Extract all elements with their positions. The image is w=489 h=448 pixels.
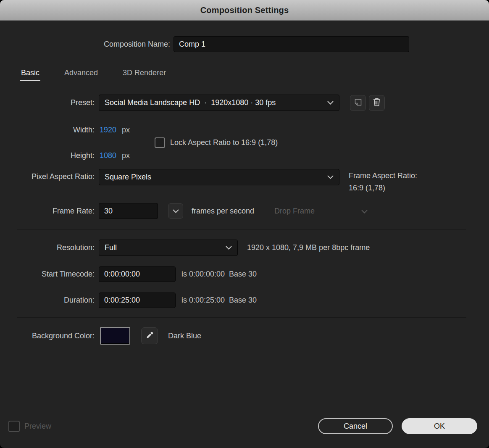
resolution-row: Resolution: Full 1920 x 1080, 7,9 MB per… (0, 240, 489, 256)
height-row: Height: 1080 px (0, 151, 489, 160)
lock-aspect-row: Lock Aspect Ratio to 16:9 (1,78) (0, 137, 489, 148)
start-timecode-input[interactable] (99, 266, 176, 282)
frame-rate-dropdown-button[interactable] (168, 203, 183, 219)
cancel-button[interactable]: Cancel (318, 418, 393, 434)
tab-3d-renderer[interactable]: 3D Renderer (122, 69, 167, 81)
trash-icon (373, 98, 381, 108)
chevron-down-icon (173, 208, 179, 214)
resolution-info: 1920 x 1080, 7,9 MB per 8bpc frame (247, 243, 370, 252)
drop-frame-dropdown: Drop Frame (274, 207, 368, 216)
height-value[interactable]: 1080 (100, 151, 116, 160)
width-label: Width: (0, 126, 95, 134)
chevron-down-icon (327, 101, 334, 105)
frame-aspect-ratio-value: 16:9 (1,78) (349, 182, 417, 194)
duration-row: Duration: is 0:00:25:00 Base 30 (0, 293, 489, 308)
duration-info: is 0:00:25:00 Base 30 (181, 296, 257, 305)
background-color-row: Background Color: Dark Blue (0, 327, 489, 345)
ok-button[interactable]: OK (402, 418, 477, 434)
background-color-name: Dark Blue (168, 332, 201, 340)
resolution-value: Full (105, 243, 117, 252)
width-value[interactable]: 1920 (100, 126, 116, 134)
preset-label: Preset: (0, 98, 95, 107)
composition-name-row: Composition Name: (0, 36, 489, 52)
frame-rate-row: Frame Rate: frames per second Drop Frame (0, 203, 489, 219)
width-row: Width: 1920 px (0, 126, 489, 134)
divider (17, 229, 466, 230)
title-bar[interactable]: Composition Settings (0, 0, 489, 21)
composition-name-label: Composition Name: (0, 40, 170, 49)
preset-value: Social Media Landscape HD · 1920x1080 · … (105, 98, 276, 107)
composition-settings-dialog: Composition Settings Composition Name: B… (0, 0, 489, 448)
dialog-content: Composition Name: Basic Advanced 3D Rend… (0, 21, 489, 448)
preview-toggle: Preview (8, 421, 51, 432)
tab-basic[interactable]: Basic (20, 69, 40, 81)
composition-name-input[interactable] (174, 36, 409, 52)
tab-bar: Basic Advanced 3D Renderer (20, 69, 489, 81)
resolution-dropdown[interactable]: Full (99, 240, 238, 256)
save-preset-icon (354, 98, 362, 108)
resolution-label: Resolution: (0, 243, 95, 252)
lock-aspect-checkbox[interactable] (155, 137, 165, 148)
preview-checkbox (8, 421, 20, 432)
preset-dropdown[interactable]: Social Media Landscape HD · 1920x1080 · … (99, 95, 339, 111)
frame-rate-input[interactable] (99, 203, 158, 219)
preset-row: Preset: Social Media Landscape HD · 1920… (0, 95, 489, 111)
divider (17, 317, 466, 318)
spacer (0, 345, 489, 407)
duration-label: Duration: (0, 296, 95, 305)
height-unit: px (122, 151, 130, 160)
pixel-aspect-ratio-row: Pixel Aspect Ratio: Square Pixels Frame … (0, 169, 489, 185)
chevron-down-icon (226, 246, 232, 250)
drop-frame-value: Drop Frame (274, 207, 315, 216)
delete-preset-button[interactable] (369, 95, 385, 111)
height-label: Height: (0, 151, 95, 160)
pixel-aspect-ratio-value: Square Pixels (105, 173, 151, 182)
chevron-down-icon (327, 175, 334, 179)
chevron-down-icon (361, 207, 368, 216)
start-timecode-row: Start Timecode: is 0:00:00:00 Base 30 (0, 266, 489, 282)
frame-rate-label: Frame Rate: (0, 207, 95, 216)
pixel-aspect-ratio-dropdown[interactable]: Square Pixels (99, 169, 339, 185)
dialog-title: Composition Settings (200, 5, 289, 15)
footer: Preview Cancel OK (0, 407, 489, 448)
tab-advanced[interactable]: Advanced (63, 69, 99, 81)
frame-aspect-ratio-label: Frame Aspect Ratio: (349, 170, 417, 182)
duration-input[interactable] (99, 293, 176, 308)
start-timecode-info: is 0:00:00:00 Base 30 (181, 270, 257, 279)
frames-per-second-label: frames per second (192, 207, 254, 216)
pixel-aspect-ratio-label: Pixel Aspect Ratio: (0, 169, 95, 184)
frame-aspect-ratio: Frame Aspect Ratio: 16:9 (1,78) (349, 170, 417, 185)
background-color-swatch[interactable] (100, 327, 130, 345)
eyedropper-icon (145, 331, 154, 341)
lock-aspect-label[interactable]: Lock Aspect Ratio to 16:9 (1,78) (170, 138, 278, 147)
save-preset-button[interactable] (350, 95, 366, 111)
start-timecode-label: Start Timecode: (0, 270, 95, 279)
eyedropper-button[interactable] (141, 327, 158, 344)
preview-label: Preview (24, 422, 51, 431)
background-color-label: Background Color: (0, 332, 95, 340)
width-unit: px (122, 126, 130, 134)
